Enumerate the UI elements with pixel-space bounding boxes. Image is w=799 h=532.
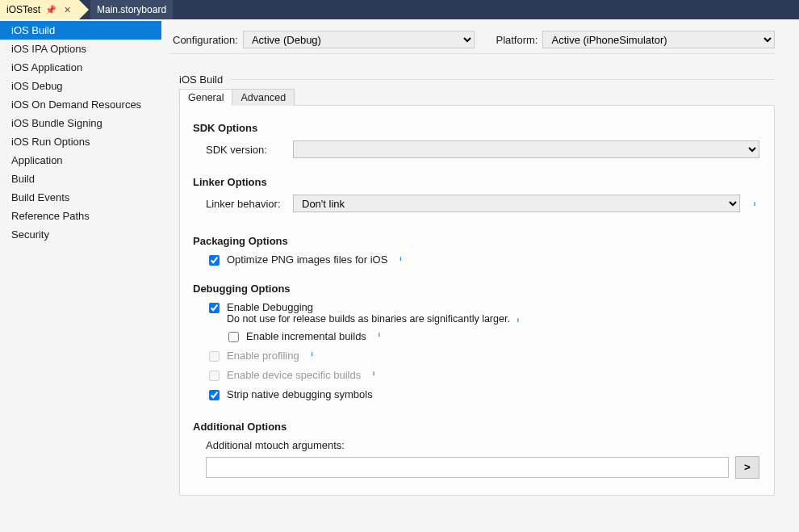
sidebar-item-ios-application[interactable]: iOS Application — [0, 58, 161, 77]
mtouch-input-row: > — [206, 456, 759, 479]
tab-storyboard[interactable]: Main.storyboard — [90, 0, 173, 19]
enable-device-specific-label: Enable device specific builds — [227, 369, 361, 381]
section-title: iOS Build — [179, 73, 223, 86]
tab-label: iOSTest — [6, 4, 40, 15]
sidebar-item-build-events[interactable]: Build Events — [0, 188, 161, 207]
enable-profiling-checkbox — [209, 351, 220, 362]
enable-debugging-title: Enable Debugging — [227, 301, 313, 313]
settings-sidebar: iOS BuildiOS IPA OptionsiOS Applicationi… — [0, 19, 161, 532]
sdk-version-label: SDK version: — [206, 144, 287, 156]
strip-symbols-checkbox[interactable] — [209, 390, 220, 400]
section-title-line — [231, 79, 775, 80]
strip-symbols-label: Strip native debugging symbols — [227, 388, 373, 400]
linker-behavior-row: Linker behavior: Don't link i — [206, 195, 759, 212]
strip-symbols-row: Strip native debugging symbols — [206, 388, 759, 403]
mtouch-label-row: Additional mtouch arguments: — [206, 439, 759, 451]
mtouch-label: Additional mtouch arguments: — [206, 439, 345, 451]
enable-debugging-label: Enable Debugging Do not use for release … — [227, 301, 523, 325]
sidebar-item-ios-on-demand-resources[interactable]: iOS On Demand Resources — [0, 95, 161, 114]
enable-debugging-sub: Do not use for release builds as binarie… — [227, 313, 523, 325]
pin-icon[interactable]: 📌 — [45, 4, 56, 15]
close-icon[interactable]: ✕ — [61, 4, 73, 15]
tab-iostest[interactable]: iOSTest 📌 ✕ — [0, 0, 79, 19]
debugging-options-header: Debugging Options — [193, 283, 759, 295]
content-pane: Configuration: Active (Debug) Platform: … — [161, 19, 799, 532]
sdk-version-row: SDK version: — [206, 140, 759, 158]
sdk-version-select[interactable] — [293, 140, 759, 158]
section-title-row: iOS Build — [179, 73, 775, 86]
optimize-png-checkbox-row: Optimize PNG images files for iOS i — [206, 253, 759, 268]
document-tabbar: iOSTest 📌 ✕ Main.storyboard — [0, 0, 799, 19]
subtab-general[interactable]: General — [179, 89, 232, 106]
sidebar-item-ios-debug[interactable]: iOS Debug — [0, 77, 161, 95]
info-icon[interactable]: i — [374, 330, 384, 340]
sidebar-item-ios-ipa-options[interactable]: iOS IPA Options — [0, 40, 161, 58]
additional-options-header: Additional Options — [193, 421, 759, 433]
info-icon[interactable]: i — [750, 199, 759, 208]
info-icon[interactable]: i — [395, 253, 405, 263]
optimize-png-label: Optimize PNG images files for iOS — [227, 253, 387, 266]
enable-device-specific-row: Enable device specific builds i — [206, 369, 759, 383]
sdk-options-header: SDK Options — [193, 122, 759, 134]
configuration-label: Configuration: — [173, 34, 238, 46]
enable-incremental-label: Enable incremental builds — [246, 330, 366, 342]
sidebar-item-ios-build[interactable]: iOS Build — [0, 21, 161, 40]
mtouch-expand-button[interactable]: > — [735, 456, 759, 479]
linker-behavior-select[interactable]: Don't link — [293, 195, 740, 212]
linker-behavior-label: Linker behavior: — [206, 198, 287, 210]
enable-incremental-row: Enable incremental builds i — [225, 330, 759, 345]
enable-device-specific-checkbox — [209, 371, 220, 381]
config-platform-row: Configuration: Active (Debug) Platform: … — [169, 31, 775, 48]
enable-profiling-row: Enable profiling i — [206, 350, 759, 364]
enable-debugging-checkbox[interactable] — [209, 303, 220, 313]
enable-incremental-checkbox[interactable] — [228, 332, 239, 342]
main-area: iOS BuildiOS IPA OptionsiOS Applicationi… — [0, 19, 799, 532]
mtouch-input[interactable] — [206, 457, 729, 478]
sidebar-item-build[interactable]: Build — [0, 170, 161, 188]
sidebar-item-security[interactable]: Security — [0, 225, 161, 244]
linker-options-header: Linker Options — [193, 176, 759, 188]
optimize-png-checkbox[interactable] — [209, 255, 220, 266]
options-panel: SDK Options SDK version: Linker Options … — [179, 105, 775, 496]
info-icon[interactable]: i — [513, 316, 523, 325]
sidebar-item-ios-bundle-signing[interactable]: iOS Bundle Signing — [0, 114, 161, 132]
info-icon[interactable]: i — [307, 350, 317, 359]
configuration-select[interactable]: Active (Debug) — [243, 31, 475, 48]
sidebar-item-reference-paths[interactable]: Reference Paths — [0, 207, 161, 225]
enable-debugging-row: Enable Debugging Do not use for release … — [206, 301, 759, 325]
info-icon[interactable]: i — [369, 369, 379, 379]
enable-profiling-label: Enable profiling — [227, 350, 299, 362]
platform-label: Platform: — [496, 34, 538, 46]
tab-label: Main.storyboard — [97, 4, 166, 15]
subtab-advanced[interactable]: Advanced — [232, 89, 295, 106]
divider — [169, 53, 775, 54]
subtabs: General Advanced — [179, 89, 775, 106]
packaging-options-header: Packaging Options — [193, 235, 759, 247]
sidebar-item-application[interactable]: Application — [0, 151, 161, 170]
sidebar-item-ios-run-options[interactable]: iOS Run Options — [0, 132, 161, 151]
platform-select[interactable]: Active (iPhoneSimulator) — [542, 31, 775, 48]
